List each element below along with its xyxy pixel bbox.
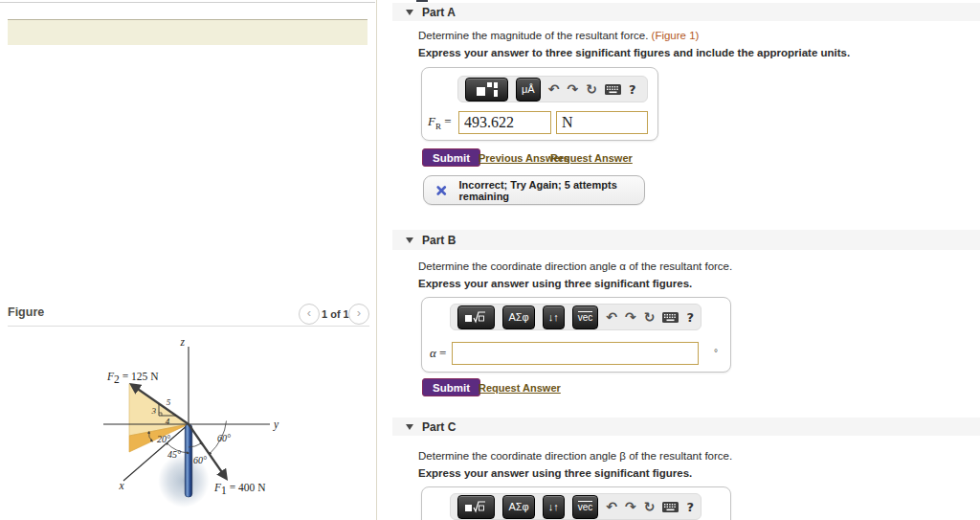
collapse-triangle-icon[interactable]: [406, 424, 413, 430]
assignment-panel: Part A Determine the magnitude of the re…: [392, 0, 980, 520]
help-icon[interactable]: ?: [629, 83, 636, 96]
reset-icon[interactable]: ↻: [644, 500, 656, 513]
fr-symbol: F: [428, 114, 435, 128]
angle-60-lower-label: 60°: [193, 455, 207, 465]
part-a-question-text: Determine the magnitude of the resultant…: [418, 30, 652, 41]
fr-equals: =: [441, 114, 452, 128]
force-f2-label: F2 = 125 N: [106, 371, 159, 385]
value-units-template-button[interactable]: [465, 78, 508, 102]
part-b-title: Part B: [422, 234, 456, 247]
z-axis-label: z: [180, 337, 186, 348]
pole: [185, 424, 192, 497]
redo-icon[interactable]: ↷: [625, 310, 636, 324]
part-b-instruction: Express your answer using three signific…: [418, 278, 692, 289]
part-c-question: Determine the coordinate direction angle…: [418, 450, 732, 462]
greek-symbols-button[interactable]: ΑΣφ: [502, 495, 534, 519]
incorrect-x-icon: [436, 185, 447, 196]
reset-icon[interactable]: ↻: [644, 310, 656, 324]
greek-button-label: ΑΣφ: [508, 501, 528, 512]
part-b-answer-label: α =: [430, 346, 446, 361]
y-axis-label: y: [273, 418, 279, 431]
figure-1-link[interactable]: (Figure 1): [652, 30, 700, 41]
figure-next-button[interactable]: ›: [348, 304, 369, 325]
part-b-toolbar: ΑΣφ ↓↑ vec ↶ ↷ ↻ ?: [450, 304, 702, 330]
redo-icon[interactable]: ↷: [567, 82, 578, 96]
chevron-left-icon: ‹: [307, 305, 311, 320]
part-c-toolbar: ΑΣφ ↓↑ vec ↶ ↷ ↻ ?: [450, 493, 702, 520]
part-b-answer-box: ΑΣφ ↓↑ vec ↶ ↷ ↻ ? α = °: [421, 297, 731, 373]
units-button[interactable]: μÅ: [516, 78, 541, 102]
part-a-answer-box: μÅ ↶ ↷ ↻ ? FR =: [421, 67, 658, 141]
part-b-value-input[interactable]: [452, 342, 699, 365]
alpha-symbol: α: [430, 346, 436, 360]
part-b-question: Determine the coordinate direction angle…: [418, 260, 732, 272]
value-units-template-icon: [476, 81, 499, 98]
part-c-header[interactable]: Part C: [392, 418, 980, 436]
part-c-instruction: Express your answer using three signific…: [418, 467, 692, 479]
slope-hyp-label: 5: [167, 397, 171, 407]
math-template-icon: [465, 500, 487, 514]
vec-button-label: vec: [578, 501, 593, 512]
angle-45-label: 45°: [167, 449, 181, 460]
math-template-button[interactable]: [457, 495, 495, 519]
part-c-title: Part C: [422, 420, 456, 434]
help-icon[interactable]: ?: [686, 501, 694, 513]
vector-button[interactable]: vec: [572, 305, 599, 329]
part-a-toolbar: μÅ ↶ ↷ ↻ ?: [457, 76, 648, 102]
math-template-icon: [465, 310, 487, 325]
slope-run-label: 4: [166, 417, 170, 426]
problem-statement-highlight: [8, 19, 368, 45]
greek-button-label: ΑΣφ: [508, 311, 528, 323]
angle-20-label: 20°: [157, 434, 170, 444]
math-template-button[interactable]: [457, 305, 495, 329]
vec-button-label: vec: [578, 311, 593, 323]
vector-button[interactable]: vec: [572, 495, 599, 519]
figure-prev-button[interactable]: ‹: [299, 304, 320, 325]
part-b-header[interactable]: Part B: [392, 230, 980, 250]
keyboard-icon[interactable]: [662, 312, 679, 323]
figure-panel-title: Figure: [8, 305, 44, 319]
part-a-instruction: Express your answer to three significant…: [418, 47, 850, 58]
updown-arrows-button[interactable]: ↓↑: [543, 305, 565, 329]
part-b-submit-button[interactable]: Submit: [422, 378, 480, 396]
help-icon[interactable]: ?: [686, 311, 694, 324]
feedback-text: Incorrect; Try Again; 5 attempts remaini…: [459, 179, 644, 202]
force-f1-label: F1 = 400 N: [213, 482, 266, 496]
slope-rise-label: 3: [151, 406, 157, 416]
greek-symbols-button[interactable]: ΑΣφ: [502, 305, 534, 329]
part-a-answer-label: FR =: [428, 114, 452, 131]
part-a-question: Determine the magnitude of the resultant…: [418, 30, 699, 41]
reset-icon[interactable]: ↻: [586, 82, 597, 96]
figure-header-rule: [8, 326, 369, 327]
request-answer-link-a[interactable]: Request Answer: [550, 152, 633, 164]
part-c-answer-box: ΑΣφ ↓↑ vec ↶ ↷ ↻ ?: [421, 486, 731, 520]
keyboard-icon[interactable]: [662, 502, 679, 512]
x-axis-label: x: [118, 480, 124, 491]
part-a-title: Part A: [422, 6, 456, 19]
degree-symbol: °: [714, 348, 718, 358]
units-button-label: μÅ: [522, 83, 535, 95]
request-answer-link-b[interactable]: Request Answer: [479, 382, 561, 394]
part-a-value-input[interactable]: [458, 111, 551, 134]
keyboard-icon[interactable]: [605, 84, 621, 95]
part-a-submit-button[interactable]: Submit: [422, 148, 480, 167]
left-panel-top-rule: [0, 2, 375, 3]
angle-60-upper-label: 60°: [217, 433, 231, 443]
chevron-right-icon: ›: [357, 305, 361, 320]
collapse-triangle-icon[interactable]: [406, 10, 413, 15]
updown-button-label: ↓↑: [548, 501, 559, 512]
redo-icon[interactable]: ↷: [625, 500, 636, 513]
force-diagram: z y x F2 = 125 N F1 = 400 N 3 4 5 20° 45…: [81, 337, 301, 520]
updown-arrows-button[interactable]: ↓↑: [543, 495, 565, 519]
part-a-units-input[interactable]: [556, 111, 648, 134]
alpha-equals: =: [436, 346, 447, 360]
updown-button-label: ↓↑: [548, 311, 559, 323]
undo-icon[interactable]: ↶: [606, 500, 617, 513]
figure-page-indicator: 1 of 1: [322, 308, 349, 320]
undo-icon[interactable]: ↶: [606, 310, 617, 324]
part-a-header[interactable]: Part A: [392, 3, 980, 21]
collapse-triangle-icon[interactable]: [406, 237, 413, 243]
mastering-physics-page: Figure ‹ 1 of 1 ›: [0, 0, 980, 520]
panel-divider[interactable]: [376, 0, 377, 520]
undo-icon[interactable]: ↶: [548, 82, 560, 96]
